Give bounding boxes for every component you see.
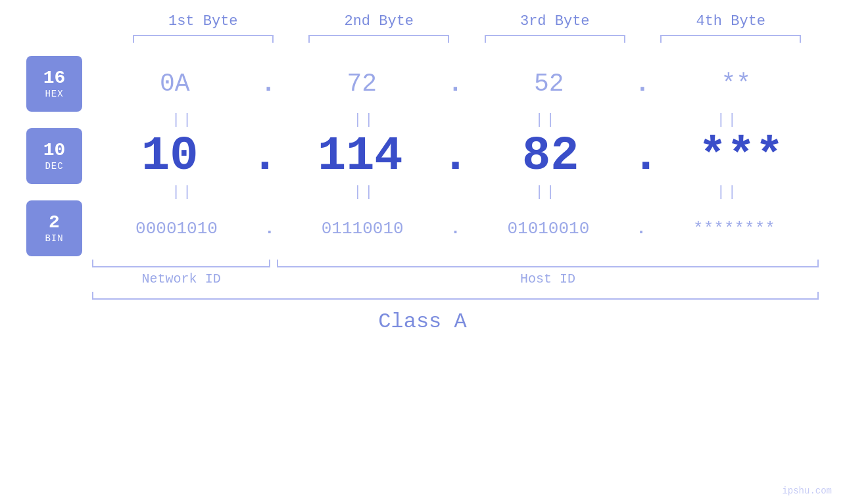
id-labels: Network ID Host ID [26,271,819,286]
bin-b3: 01010010 [464,219,633,239]
dec-badge: 10 DEC [26,128,82,184]
dec-dot2: . [438,133,473,180]
dec-b1: 10 [92,129,247,183]
dec-b3: 82 [473,129,628,183]
bin-dot2: . [447,220,464,237]
hex-b4: ** [653,70,819,98]
network-id-label: Network ID [92,271,270,286]
bin-b4: ******** [650,219,819,239]
hex-values: 0A . 72 . 52 . ** [92,70,819,98]
bin-badge-number: 2 [49,213,60,233]
watermark: ipshu.com [782,486,832,496]
hex-badge: 16 HEX [26,56,82,112]
hex-dot2: . [445,72,466,97]
hex-b3: 52 [466,70,632,98]
bin-dot1: . [261,220,278,237]
equals-row-2: || || || || [26,184,819,200]
dec-badge-label: DEC [45,161,63,172]
eq1-b4: || [637,112,819,128]
byte2-header: 2nd Byte [291,13,468,30]
top-bracket-line-3 [485,35,625,43]
hex-b2: 72 [279,70,445,98]
host-id-label: Host ID [277,271,819,286]
top-bracket-4 [643,35,819,43]
hex-badge-label: HEX [45,89,63,99]
eq2-b1: || [92,184,274,200]
dec-row: 10 DEC 10 . 114 . 82 . *** [26,128,819,184]
eq2-b4: || [637,184,819,200]
bottom-bracket-network [92,260,270,267]
byte3-header: 3rd Byte [467,13,643,30]
dec-b4: *** [664,129,819,183]
top-bracket-line-2 [308,35,449,43]
bin-row: 2 BIN 00001010 . 01110010 . 01010010 . *… [26,200,819,256]
dec-dot3: . [628,133,663,180]
bin-values: 00001010 . 01110010 . 01010010 . *******… [92,219,819,239]
top-bracket-line-4 [660,35,801,43]
bottom-brackets [26,260,819,267]
bin-dot3: . [633,220,650,237]
bottom-bracket-host [277,260,819,267]
eq1-b1: || [92,112,274,128]
hex-b1: 0A [92,70,258,98]
dec-b2: 114 [283,129,438,183]
hex-badge-number: 16 [43,68,66,89]
byte1-header: 1st Byte [115,13,291,30]
bottom-section: Network ID Host ID Class A [26,260,819,334]
byte-headers: 1st Byte 2nd Byte 3rd Byte 4th Byte [26,13,819,30]
eq1-b2: || [274,112,455,128]
eq2-b3: || [456,184,637,200]
top-bracket-line-1 [133,35,274,43]
hex-dot1: . [258,72,279,97]
top-bracket-2 [291,35,468,43]
bin-badge: 2 BIN [26,200,82,256]
class-label: Class A [26,306,819,334]
eq2-b2: || [274,184,455,200]
dec-badge-number: 10 [43,141,66,161]
hex-row: 16 HEX 0A . 72 . 52 . ** [26,56,819,112]
dec-dot1: . [247,133,282,180]
bin-badge-label: BIN [45,233,63,244]
top-bracket-3 [467,35,643,43]
top-brackets [26,35,819,43]
byte4-header: 4th Byte [643,13,819,30]
equals-row-1: || || || || [26,112,819,128]
eq1-b3: || [456,112,637,128]
hex-dot3: . [632,72,654,97]
bin-b2: 01110010 [278,219,447,239]
bin-b1: 00001010 [92,219,261,239]
full-bottom-bracket [92,292,819,300]
top-bracket-1 [115,35,291,43]
dec-values: 10 . 114 . 82 . *** [92,129,819,183]
